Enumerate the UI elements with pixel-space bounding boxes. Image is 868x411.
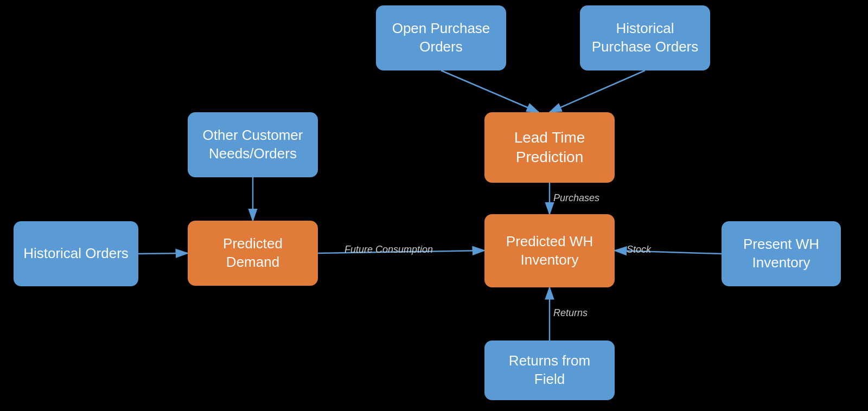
- node-open-purchase-orders: Open Purchase Orders: [376, 5, 506, 70]
- node-historical-purchase-orders: Historical Purchase Orders: [580, 5, 710, 70]
- node-historical-orders: Historical Orders: [14, 221, 138, 286]
- label-returns: Returns: [553, 307, 588, 319]
- arrow-open-to-lead: [441, 70, 539, 112]
- node-predicted-demand: Predicted Demand: [188, 221, 318, 286]
- node-present-wh-inventory: Present WH Inventory: [722, 221, 841, 286]
- arrow-hist-to-lead: [550, 70, 645, 112]
- node-predicted-wh-inventory: Predicted WH Inventory: [484, 214, 615, 287]
- label-future-consumption: Future Consumption: [344, 244, 433, 255]
- node-lead-time-prediction: Lead Time Prediction: [484, 112, 615, 183]
- arrow-hist-orders-to-demand: [138, 253, 188, 254]
- label-purchases: Purchases: [553, 192, 599, 204]
- node-other-customer-needs: Other Customer Needs/Orders: [188, 112, 318, 177]
- label-stock: Stock: [627, 244, 651, 255]
- diagram-container: Open Purchase Orders Historical Purchase…: [0, 0, 868, 411]
- node-returns-from-field: Returns from Field: [484, 341, 615, 400]
